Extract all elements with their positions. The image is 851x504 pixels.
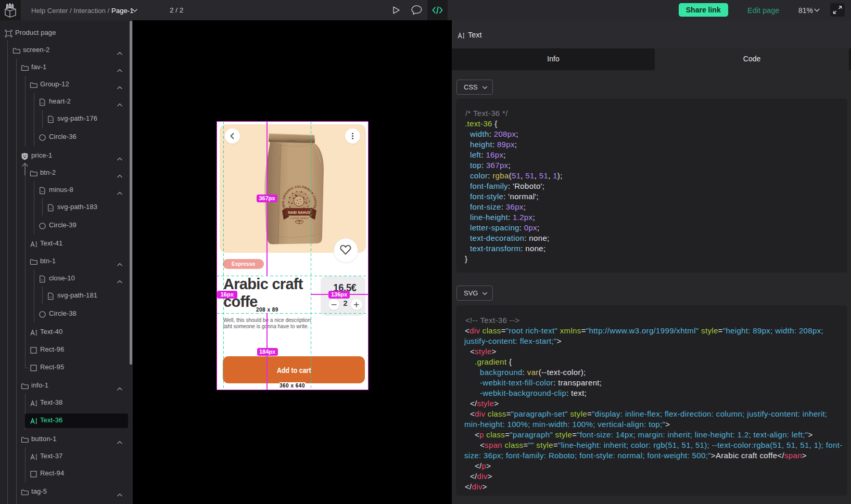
svg-text:COFFEE BEANS: COFFEE BEANS bbox=[290, 217, 309, 219]
svg-text:NABI NAHUS: NABI NAHUS bbox=[288, 211, 311, 214]
